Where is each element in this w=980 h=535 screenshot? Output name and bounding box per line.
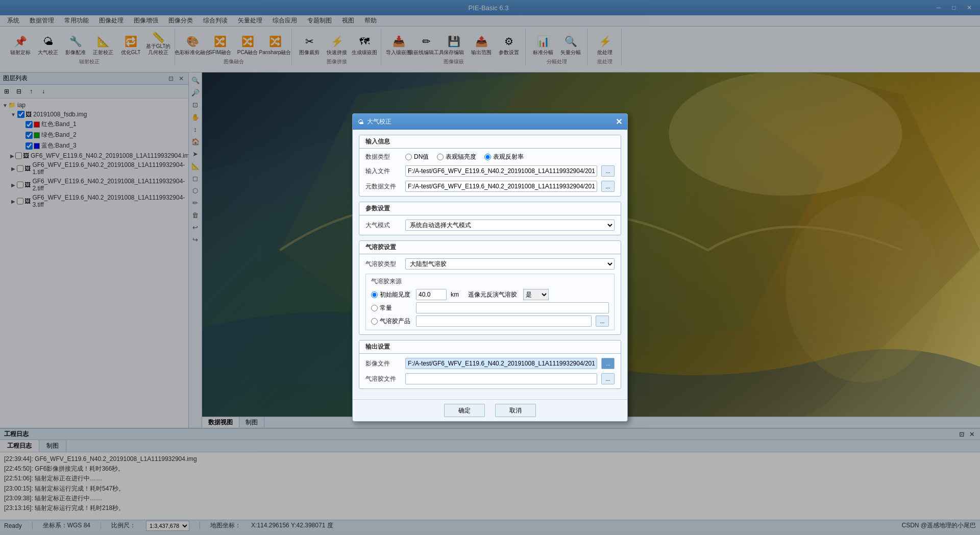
- dialog-aerosol-title: 气溶胶设置: [359, 241, 621, 254]
- radio-aerosol-product[interactable]: 气溶胶产品: [371, 317, 412, 326]
- radio-reflectance-input[interactable]: [484, 154, 491, 160]
- dialog-constant-value[interactable]: [416, 302, 609, 313]
- dialog-header: 🌤 大气校正 ✕: [353, 114, 627, 130]
- dialog-footer: 确定 取消: [353, 399, 627, 421]
- dialog-aerosol-const-row: 常量: [371, 302, 609, 313]
- dialog-params-section: 参数设置 大气模式 系统自动选择大气模式 中纬度夏季 中纬度冬季: [359, 202, 621, 235]
- dialog-vis-value[interactable]: 40.0: [416, 289, 447, 300]
- radio-constant-input[interactable]: [371, 305, 378, 311]
- dialog-output-aerosol-label: 气溶胶文件: [365, 375, 401, 383]
- dialog-output-aerosol-field[interactable]: [405, 373, 597, 384]
- radio-radiance-input[interactable]: [437, 154, 444, 160]
- dialog-atm-mode-select[interactable]: 系统自动选择大气模式 中纬度夏季 中纬度冬季: [405, 220, 615, 231]
- dialog-title: 🌤 大气校正: [358, 117, 391, 126]
- dialog-data-type-label: 数据类型: [365, 153, 401, 161]
- dialog-aerosol-product-browse[interactable]: ...: [596, 315, 609, 327]
- dialog-aerosol-product-value[interactable]: [416, 315, 592, 327]
- dialog-body: 输入信息 数据类型 DN值 表观辐亮度: [353, 130, 627, 399]
- dialog-inversion-select[interactable]: 是 否: [523, 289, 549, 300]
- dialog-input-title: 输入信息: [359, 135, 621, 149]
- dialog-params-title: 参数设置: [359, 202, 621, 215]
- radio-reflectance[interactable]: 表观反射率: [484, 153, 524, 161]
- dialog-vis-unit: km: [451, 291, 459, 298]
- dialog-output-aerosol-browse[interactable]: ...: [601, 373, 615, 384]
- radio-constant[interactable]: 常量: [371, 304, 412, 312]
- dialog-aerosol-type-row: 气溶胶类型 大陆型气溶胶 城市型气溶胶 海洋型气溶胶: [365, 258, 615, 270]
- dialog-close-btn[interactable]: ✕: [616, 117, 622, 127]
- dialog-meta-file-field[interactable]: F:/A-test/GF6_WFV_E119.6_N40.2_20191008_…: [405, 181, 597, 192]
- radio-radiance[interactable]: 表观辐亮度: [437, 153, 476, 161]
- dialog-aerosol-section: 气溶胶设置 气溶胶类型 大陆型气溶胶 城市型气溶胶 海洋型气溶胶 气溶胶来源: [359, 240, 621, 335]
- radio-initial-vis-label: 初始能见度: [380, 290, 410, 299]
- dialog-input-section: 输入信息 数据类型 DN值 表观辐亮度: [359, 135, 621, 197]
- dialog-aerosol-type-select[interactable]: 大陆型气溶胶 城市型气溶胶 海洋型气溶胶: [405, 258, 615, 270]
- dialog-output-image-row: 影像文件 F:/A-test/GF6_WFV_E119.6_N40.2_2019…: [365, 358, 615, 369]
- radio-aerosol-product-input[interactable]: [371, 318, 378, 325]
- dialog-icon: 🌤: [358, 118, 364, 126]
- dialog-output-image-field[interactable]: F:/A-test/GF6_WFV_E119.6_N40.2_20191008_…: [405, 358, 597, 369]
- dialog-input-file-browse[interactable]: ...: [601, 165, 615, 177]
- dialog-output-title: 输出设置: [359, 341, 621, 354]
- dialog-output-image-browse[interactable]: ...: [601, 358, 615, 369]
- dialog-aerosol-source-title: 气溶胶来源: [371, 277, 609, 286]
- dialog-data-type-radios: DN值 表观辐亮度 表观反射率: [405, 153, 524, 161]
- dialog-aerosol-type-label: 气溶胶类型: [365, 260, 401, 269]
- dialog-output-aerosol-row: 气溶胶文件 ...: [365, 373, 615, 384]
- radio-dn-label: DN值: [414, 153, 429, 161]
- dialog-input-file-row: 输入文件 F:/A-test/GF6_WFV_E119.6_N40.2_2019…: [365, 165, 615, 177]
- radio-constant-label: 常量: [380, 304, 392, 312]
- dialog-output-image-label: 影像文件: [365, 359, 401, 368]
- dialog-output-section: 输出设置 影像文件 F:/A-test/GF6_WFV_E119.6_N40.2…: [359, 340, 621, 389]
- radio-radiance-label: 表观辐亮度: [446, 153, 476, 161]
- dialog-title-text: 大气校正: [367, 117, 391, 126]
- dialog-cancel-btn[interactable]: 取消: [495, 404, 536, 417]
- radio-dn-input[interactable]: [405, 154, 412, 160]
- dialog-meta-file-browse[interactable]: ...: [601, 181, 615, 192]
- dialog-aerosol-product-row: 气溶胶产品 ...: [371, 315, 609, 327]
- dialog-inversion-label: 遥像元反演气溶胶: [468, 290, 517, 299]
- dialog-data-type-row: 数据类型 DN值 表观辐亮度 表观反射率: [365, 153, 615, 161]
- radio-dn[interactable]: DN值: [405, 153, 429, 161]
- radio-aerosol-product-label: 气溶胶产品: [380, 317, 410, 326]
- dialog-atm-mode-row: 大气模式 系统自动选择大气模式 中纬度夏季 中纬度冬季: [365, 220, 615, 231]
- dialog-aerosol-source: 气溶胶来源 初始能见度 40.0 km 遥像元反演气溶胶 是 否: [365, 274, 615, 330]
- radio-initial-vis[interactable]: 初始能见度: [371, 290, 412, 299]
- dialog-meta-file-label: 元数据文件: [365, 182, 401, 191]
- dialog-ok-btn[interactable]: 确定: [444, 404, 485, 417]
- radio-reflectance-label: 表观反射率: [493, 153, 524, 161]
- dialog-input-file-field[interactable]: F:/A-test/GF6_WFV_E119.6_N40.2_20191008_…: [405, 165, 597, 177]
- dialog-aerosol-vis-row: 初始能见度 40.0 km 遥像元反演气溶胶 是 否: [371, 289, 609, 300]
- dialog-input-file-label: 输入文件: [365, 167, 401, 176]
- dialog-atm-mode-label: 大气模式: [365, 221, 401, 230]
- radio-initial-vis-input[interactable]: [371, 291, 378, 298]
- dialog-atmosphere-correction: 🌤 大气校正 ✕ 输入信息 数据类型 DN值: [352, 113, 628, 422]
- dialog-overlay: 🌤 大气校正 ✕ 输入信息 数据类型 DN值: [0, 0, 980, 535]
- dialog-meta-file-row: 元数据文件 F:/A-test/GF6_WFV_E119.6_N40.2_201…: [365, 181, 615, 192]
